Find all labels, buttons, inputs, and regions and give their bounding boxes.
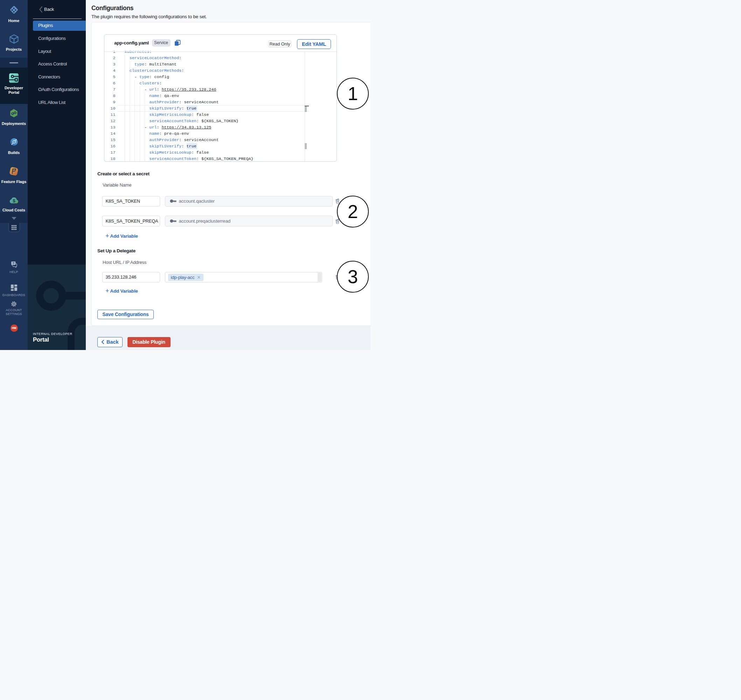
svg-text:?: ? [12,262,14,265]
svg-text:$: $ [13,198,15,203]
